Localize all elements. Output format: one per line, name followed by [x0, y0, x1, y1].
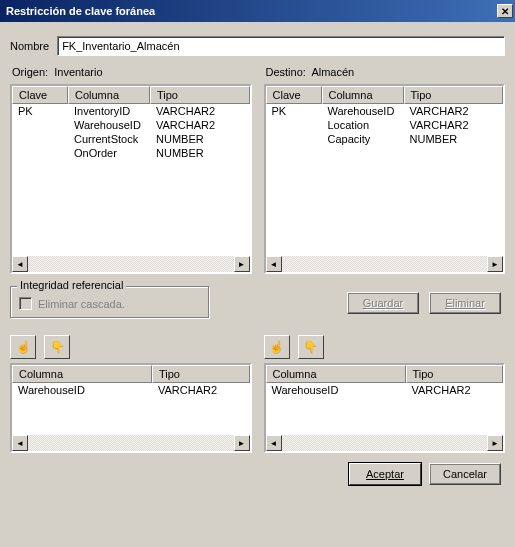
col-tipo[interactable]: Tipo [150, 86, 250, 104]
dest-label: Destino: [266, 66, 306, 78]
table-cell: NUMBER [150, 146, 250, 160]
table-cell: PK [12, 104, 68, 118]
table-cell: VARCHAR2 [406, 383, 504, 397]
origin-list[interactable]: Clave Columna Tipo PKInventoryIDVARCHAR2… [10, 84, 252, 274]
save-button[interactable]: Guardar [347, 292, 419, 314]
hscroll[interactable]: ◄ ► [266, 435, 504, 451]
table-row[interactable]: CurrentStockNUMBER [12, 132, 250, 146]
cascade-label: Eliminar cascada. [38, 298, 125, 310]
dest-name-text: Almacén [311, 66, 354, 78]
table-cell: WarehouseID [322, 104, 404, 118]
table-row[interactable]: PKWarehouseIDVARCHAR2 [266, 104, 504, 118]
ok-button[interactable]: Aceptar [349, 463, 421, 485]
table-row[interactable]: OnOrderNUMBER [12, 146, 250, 160]
scroll-right-icon[interactable]: ► [487, 435, 503, 451]
col-columna[interactable]: Columna [322, 86, 404, 104]
close-button[interactable]: ✕ [497, 4, 513, 18]
scroll-left-icon[interactable]: ◄ [266, 435, 282, 451]
table-row[interactable]: WarehouseIDVARCHAR2 [266, 383, 504, 397]
cancel-button[interactable]: Cancelar [429, 463, 501, 485]
table-cell [266, 132, 322, 146]
table-cell: NUMBER [150, 132, 250, 146]
table-cell: WarehouseID [266, 383, 406, 397]
table-row[interactable]: CapacityNUMBER [266, 132, 504, 146]
table-cell: CurrentStock [68, 132, 150, 146]
scroll-right-icon[interactable]: ► [234, 256, 250, 272]
remove-column-button[interactable]: 👇 [298, 335, 324, 359]
col-clave[interactable]: Clave [12, 86, 68, 104]
hscroll[interactable]: ◄ ► [12, 435, 250, 451]
table-cell [12, 118, 68, 132]
table-cell: WarehouseID [12, 383, 152, 397]
add-column-button[interactable]: ☝ [10, 335, 36, 359]
scroll-left-icon[interactable]: ◄ [12, 435, 28, 451]
group-legend: Integridad referencial [17, 279, 126, 291]
table-cell: VARCHAR2 [150, 104, 250, 118]
col-tipo[interactable]: Tipo [152, 365, 250, 383]
table-cell: Capacity [322, 132, 404, 146]
col-columna[interactable]: Columna [266, 365, 406, 383]
table-cell: InventoryID [68, 104, 150, 118]
col-columna[interactable]: Columna [12, 365, 152, 383]
window-title: Restricción de clave foránea [6, 5, 497, 17]
dest-list[interactable]: Clave Columna Tipo PKWarehouseIDVARCHAR2… [264, 84, 506, 274]
table-cell: VARCHAR2 [152, 383, 250, 397]
table-row[interactable]: WarehouseIDVARCHAR2 [12, 383, 250, 397]
table-row[interactable]: PKInventoryIDVARCHAR2 [12, 104, 250, 118]
table-cell: VARCHAR2 [404, 118, 504, 132]
table-cell: VARCHAR2 [404, 104, 504, 118]
integrity-group: Integridad referencial Eliminar cascada. [10, 286, 210, 319]
name-input[interactable] [57, 36, 505, 56]
origin-hscroll[interactable]: ◄ ► [12, 256, 250, 272]
table-cell [266, 118, 322, 132]
scroll-right-icon[interactable]: ► [487, 256, 503, 272]
col-clave[interactable]: Clave [266, 86, 322, 104]
dest-selected-list[interactable]: Columna Tipo WarehouseIDVARCHAR2 ◄ ► [264, 363, 506, 453]
remove-column-button[interactable]: 👇 [44, 335, 70, 359]
add-column-button[interactable]: ☝ [264, 335, 290, 359]
table-cell [12, 146, 68, 160]
table-row[interactable]: LocationVARCHAR2 [266, 118, 504, 132]
table-cell: OnOrder [68, 146, 150, 160]
col-tipo[interactable]: Tipo [404, 86, 504, 104]
delete-button[interactable]: Eliminar [429, 292, 501, 314]
dest-hscroll[interactable]: ◄ ► [266, 256, 504, 272]
titlebar: Restricción de clave foránea ✕ [0, 0, 515, 22]
origin-label: Origen: [12, 66, 48, 78]
col-tipo[interactable]: Tipo [406, 365, 504, 383]
table-cell: NUMBER [404, 132, 504, 146]
table-cell: VARCHAR2 [150, 118, 250, 132]
col-columna[interactable]: Columna [68, 86, 150, 104]
scroll-left-icon[interactable]: ◄ [266, 256, 282, 272]
cascade-checkbox[interactable] [19, 297, 32, 310]
name-label: Nombre [10, 40, 49, 52]
origin-name-text: Inventario [54, 66, 102, 78]
table-cell: Location [322, 118, 404, 132]
scroll-right-icon[interactable]: ► [234, 435, 250, 451]
origin-selected-list[interactable]: Columna Tipo WarehouseIDVARCHAR2 ◄ ► [10, 363, 252, 453]
table-cell: WarehouseID [68, 118, 150, 132]
table-row[interactable]: WarehouseIDVARCHAR2 [12, 118, 250, 132]
table-cell: PK [266, 104, 322, 118]
scroll-left-icon[interactable]: ◄ [12, 256, 28, 272]
table-cell [12, 132, 68, 146]
